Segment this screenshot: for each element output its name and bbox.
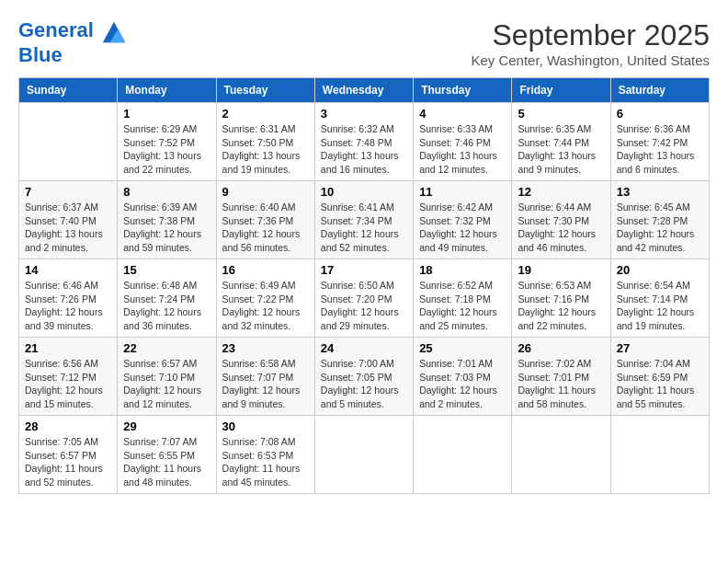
logo-text: General xyxy=(18,18,127,44)
calendar-cell: 4Sunrise: 6:33 AMSunset: 7:46 PMDaylight… xyxy=(414,103,512,181)
day-info: Sunrise: 6:42 AMSunset: 7:32 PMDaylight:… xyxy=(419,201,506,255)
day-number: 25 xyxy=(419,341,506,355)
day-number: 20 xyxy=(617,263,703,277)
calendar-cell: 24Sunrise: 7:00 AMSunset: 7:05 PMDayligh… xyxy=(314,338,413,416)
calendar-week-row: 1Sunrise: 6:29 AMSunset: 7:52 PMDaylight… xyxy=(19,103,710,181)
day-number: 5 xyxy=(518,107,604,121)
col-monday: Monday xyxy=(118,78,216,103)
calendar-cell: 28Sunrise: 7:05 AMSunset: 6:57 PMDayligh… xyxy=(19,416,118,494)
calendar-week-row: 21Sunrise: 6:56 AMSunset: 7:12 PMDayligh… xyxy=(19,338,710,416)
day-info: Sunrise: 7:02 AMSunset: 7:01 PMDaylight:… xyxy=(518,357,604,411)
day-number: 17 xyxy=(321,263,407,277)
day-number: 22 xyxy=(123,341,210,355)
day-info: Sunrise: 6:52 AMSunset: 7:18 PMDaylight:… xyxy=(419,279,506,333)
calendar-cell: 17Sunrise: 6:50 AMSunset: 7:20 PMDayligh… xyxy=(314,259,413,338)
calendar-cell: 25Sunrise: 7:01 AMSunset: 7:03 PMDayligh… xyxy=(414,338,512,416)
day-info: Sunrise: 6:39 AMSunset: 7:38 PMDaylight:… xyxy=(123,201,210,255)
calendar-cell: 23Sunrise: 6:58 AMSunset: 7:07 PMDayligh… xyxy=(216,338,314,416)
day-info: Sunrise: 6:57 AMSunset: 7:10 PMDaylight:… xyxy=(123,357,210,411)
col-thursday: Thursday xyxy=(414,78,512,103)
day-number: 23 xyxy=(222,341,309,355)
day-info: Sunrise: 6:41 AMSunset: 7:34 PMDaylight:… xyxy=(321,201,407,255)
day-number: 1 xyxy=(123,107,210,121)
title-block: September 2025 Key Center, Washington, U… xyxy=(471,18,710,68)
day-info: Sunrise: 7:07 AMSunset: 6:55 PMDaylight:… xyxy=(123,435,210,489)
page-subtitle: Key Center, Washington, United States xyxy=(471,52,710,68)
day-info: Sunrise: 6:48 AMSunset: 7:24 PMDaylight:… xyxy=(123,279,210,333)
col-tuesday: Tuesday xyxy=(216,78,314,103)
day-info: Sunrise: 7:08 AMSunset: 6:53 PMDaylight:… xyxy=(222,435,309,489)
calendar-cell: 1Sunrise: 6:29 AMSunset: 7:52 PMDaylight… xyxy=(118,103,216,181)
calendar-cell xyxy=(414,416,512,494)
calendar-cell: 7Sunrise: 6:37 AMSunset: 7:40 PMDaylight… xyxy=(19,181,118,259)
logo: General Blue xyxy=(18,18,127,66)
day-number: 21 xyxy=(25,341,111,355)
day-info: Sunrise: 6:36 AMSunset: 7:42 PMDaylight:… xyxy=(617,122,703,177)
day-info: Sunrise: 7:01 AMSunset: 7:03 PMDaylight:… xyxy=(419,357,506,411)
day-info: Sunrise: 7:05 AMSunset: 6:57 PMDaylight:… xyxy=(25,435,111,489)
day-number: 3 xyxy=(321,107,407,121)
day-number: 29 xyxy=(123,419,210,433)
calendar-cell: 29Sunrise: 7:07 AMSunset: 6:55 PMDayligh… xyxy=(118,416,216,494)
calendar-cell: 14Sunrise: 6:46 AMSunset: 7:26 PMDayligh… xyxy=(19,259,118,338)
day-number: 2 xyxy=(222,107,309,121)
calendar-cell: 8Sunrise: 6:39 AMSunset: 7:38 PMDaylight… xyxy=(118,181,216,259)
calendar-cell: 13Sunrise: 6:45 AMSunset: 7:28 PMDayligh… xyxy=(610,181,709,259)
calendar-week-row: 28Sunrise: 7:05 AMSunset: 6:57 PMDayligh… xyxy=(19,416,710,494)
day-info: Sunrise: 6:46 AMSunset: 7:26 PMDaylight:… xyxy=(25,279,111,333)
day-number: 16 xyxy=(222,263,309,277)
day-number: 15 xyxy=(123,263,210,277)
day-info: Sunrise: 6:56 AMSunset: 7:12 PMDaylight:… xyxy=(25,357,111,411)
day-number: 28 xyxy=(25,419,111,433)
calendar-cell: 2Sunrise: 6:31 AMSunset: 7:50 PMDaylight… xyxy=(216,103,314,181)
day-info: Sunrise: 7:04 AMSunset: 6:59 PMDaylight:… xyxy=(617,357,703,411)
calendar-cell: 12Sunrise: 6:44 AMSunset: 7:30 PMDayligh… xyxy=(512,181,610,259)
day-info: Sunrise: 6:31 AMSunset: 7:50 PMDaylight:… xyxy=(222,122,309,177)
day-number: 14 xyxy=(25,263,111,277)
day-info: Sunrise: 6:37 AMSunset: 7:40 PMDaylight:… xyxy=(25,201,111,255)
day-number: 19 xyxy=(518,263,604,277)
page-title: September 2025 xyxy=(471,18,710,52)
calendar-week-row: 7Sunrise: 6:37 AMSunset: 7:40 PMDaylight… xyxy=(19,181,710,259)
calendar-cell: 18Sunrise: 6:52 AMSunset: 7:18 PMDayligh… xyxy=(414,259,512,338)
calendar-cell: 19Sunrise: 6:53 AMSunset: 7:16 PMDayligh… xyxy=(512,259,610,338)
day-number: 8 xyxy=(123,185,210,199)
calendar-cell: 26Sunrise: 7:02 AMSunset: 7:01 PMDayligh… xyxy=(512,338,610,416)
day-info: Sunrise: 6:33 AMSunset: 7:46 PMDaylight:… xyxy=(419,122,506,177)
day-number: 4 xyxy=(419,107,506,121)
calendar-cell xyxy=(512,416,610,494)
calendar-cell: 21Sunrise: 6:56 AMSunset: 7:12 PMDayligh… xyxy=(19,338,118,416)
col-sunday: Sunday xyxy=(19,78,118,103)
calendar-cell: 11Sunrise: 6:42 AMSunset: 7:32 PMDayligh… xyxy=(414,181,512,259)
calendar-cell xyxy=(314,416,413,494)
col-friday: Friday xyxy=(512,78,610,103)
calendar-cell: 20Sunrise: 6:54 AMSunset: 7:14 PMDayligh… xyxy=(610,259,709,338)
day-number: 6 xyxy=(617,107,703,121)
logo-text2: Blue xyxy=(18,44,127,66)
calendar-cell: 9Sunrise: 6:40 AMSunset: 7:36 PMDaylight… xyxy=(216,181,314,259)
calendar-cell: 22Sunrise: 6:57 AMSunset: 7:10 PMDayligh… xyxy=(118,338,216,416)
day-number: 11 xyxy=(419,185,506,199)
calendar-header-row: Sunday Monday Tuesday Wednesday Thursday… xyxy=(19,78,710,103)
calendar-cell: 3Sunrise: 6:32 AMSunset: 7:48 PMDaylight… xyxy=(314,103,413,181)
day-number: 13 xyxy=(617,185,703,199)
day-info: Sunrise: 6:35 AMSunset: 7:44 PMDaylight:… xyxy=(518,122,604,177)
day-number: 10 xyxy=(321,185,407,199)
day-number: 9 xyxy=(222,185,309,199)
calendar-week-row: 14Sunrise: 6:46 AMSunset: 7:26 PMDayligh… xyxy=(19,259,710,338)
day-number: 26 xyxy=(518,341,604,355)
calendar-cell: 15Sunrise: 6:48 AMSunset: 7:24 PMDayligh… xyxy=(118,259,216,338)
calendar-cell: 30Sunrise: 7:08 AMSunset: 6:53 PMDayligh… xyxy=(216,416,314,494)
day-info: Sunrise: 6:54 AMSunset: 7:14 PMDaylight:… xyxy=(617,279,703,333)
calendar-cell: 6Sunrise: 6:36 AMSunset: 7:42 PMDaylight… xyxy=(610,103,709,181)
calendar-cell: 16Sunrise: 6:49 AMSunset: 7:22 PMDayligh… xyxy=(216,259,314,338)
day-number: 7 xyxy=(25,185,111,199)
day-number: 12 xyxy=(518,185,604,199)
day-info: Sunrise: 7:00 AMSunset: 7:05 PMDaylight:… xyxy=(321,357,407,411)
day-info: Sunrise: 6:32 AMSunset: 7:48 PMDaylight:… xyxy=(321,122,407,177)
day-info: Sunrise: 6:40 AMSunset: 7:36 PMDaylight:… xyxy=(222,201,309,255)
col-wednesday: Wednesday xyxy=(314,78,413,103)
day-info: Sunrise: 6:29 AMSunset: 7:52 PMDaylight:… xyxy=(123,122,210,177)
day-info: Sunrise: 6:50 AMSunset: 7:20 PMDaylight:… xyxy=(321,279,407,333)
calendar-cell: 5Sunrise: 6:35 AMSunset: 7:44 PMDaylight… xyxy=(512,103,610,181)
